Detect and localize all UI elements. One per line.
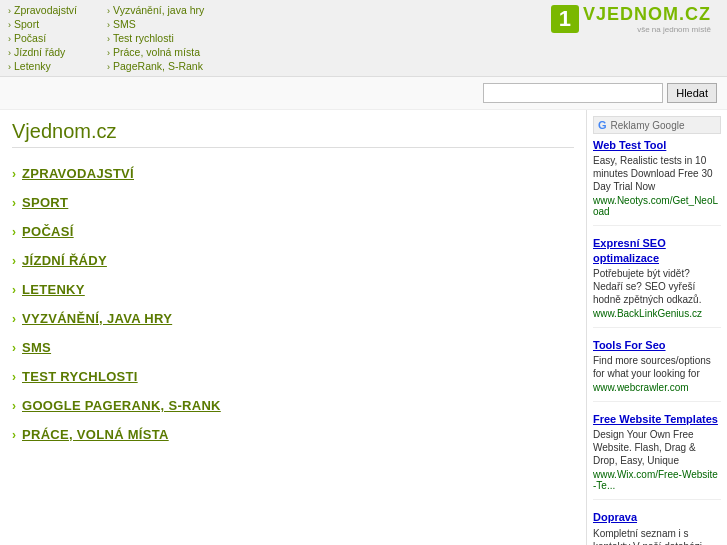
nav-link[interactable]: ›Jízdní řády [8,46,77,58]
main-nav-link[interactable]: SMS [22,340,51,355]
nav-arrow-icon: › [107,20,110,30]
ad-block: Web Test Tool Easy, Realistic tests in 1… [593,138,721,226]
ad-desc: Design Your Own Free Website. Flash, Dra… [593,428,721,467]
nav-link[interactable]: ›Test rychlosti [107,32,204,44]
search-input[interactable] [483,83,663,103]
ad-url: www.BackLinkGenius.cz [593,308,721,319]
nav-link[interactable]: ›Vyzvánění, java hry [107,4,204,16]
main-nav-link[interactable]: PRÁCE, VOLNÁ MÍSTA [22,427,169,442]
logo-tagline: vše na jednom místě [583,25,711,34]
nav-arrow-icon: › [107,6,110,16]
ad-url: www.Neotys.com/Get_NeoLoad [593,195,721,217]
logo-number: 1 [551,5,579,33]
ad-title[interactable]: Tools For Seo [593,338,721,352]
logo-area: 1 VJEDNOM.CZ vše na jednom místě [551,4,719,34]
content-area: Vjednom.cz › ZPRAVODAJSTVÍ › SPORT › POČ… [0,110,587,545]
main-nav-link[interactable]: SPORT [22,195,68,210]
nav-arrow-icon: › [8,48,11,58]
nav-col-2: ›Vyzvánění, java hry›SMS›Test rychlosti›… [107,4,204,72]
list-item: › SPORT [12,193,574,212]
ad-desc: Potřebujete být vidět? Nedaří se? SEO vy… [593,267,721,306]
ad-title[interactable]: Doprava [593,510,721,524]
nav-link[interactable]: ›SMS [107,18,204,30]
ad-url: www.Wix.com/Free-Website-Te... [593,469,721,491]
nav-link[interactable]: ›Letenky [8,60,77,72]
main-nav-link[interactable]: GOOGLE PAGERANK, S-RANK [22,398,221,413]
ad-desc: Kompletní seznam i s kontakty V naší dat… [593,527,721,545]
main-nav-link[interactable]: POČASÍ [22,224,74,239]
list-arrow-icon: › [12,312,16,326]
ad-desc: Find more sources/options for what your … [593,354,721,380]
list-item: › GOOGLE PAGERANK, S-RANK [12,396,574,415]
list-arrow-icon: › [12,341,16,355]
list-arrow-icon: › [12,370,16,384]
ad-block: Doprava Kompletní seznam i s kontakty V … [593,510,721,545]
nav-link[interactable]: ›Počasí [8,32,77,44]
list-arrow-icon: › [12,196,16,210]
nav-link[interactable]: ›Zpravodajství [8,4,77,16]
main-layout: Vjednom.cz › ZPRAVODAJSTVÍ › SPORT › POČ… [0,110,727,545]
main-nav-link[interactable]: ZPRAVODAJSTVÍ [22,166,134,181]
nav-link[interactable]: ›Sport [8,18,77,30]
nav-arrow-icon: › [8,6,11,16]
nav-col-1: ›Zpravodajství›Sport›Počasí›Jízdní řády›… [8,4,77,72]
nav-link[interactable]: ›PageRank, S-Rank [107,60,204,72]
list-item: › TEST RYCHLOSTI [12,367,574,386]
nav-arrow-icon: › [107,62,110,72]
ads-label-text: Reklamy Google [611,120,685,131]
ad-title[interactable]: Web Test Tool [593,138,721,152]
top-navigation: ›Zpravodajství›Sport›Počasí›Jízdní řády›… [0,0,727,77]
search-bar: Hledat [0,77,727,110]
list-arrow-icon: › [12,428,16,442]
list-arrow-icon: › [12,283,16,297]
list-item: › VYZVÁNĚNÍ, JAVA HRY [12,309,574,328]
ad-title[interactable]: Expresní SEO optimalizace [593,236,721,265]
list-item: › SMS [12,338,574,357]
nav-arrow-icon: › [8,20,11,30]
nav-arrow-icon: › [8,34,11,44]
main-nav-link[interactable]: VYZVÁNĚNÍ, JAVA HRY [22,311,172,326]
list-arrow-icon: › [12,225,16,239]
list-item: › ZPRAVODAJSTVÍ [12,164,574,183]
ad-desc: Easy, Realistic tests in 10 minutes Down… [593,154,721,193]
nav-arrow-icon: › [107,34,110,44]
ad-url: www.webcrawler.com [593,382,721,393]
list-item: › PRÁCE, VOLNÁ MÍSTA [12,425,574,444]
ads-label: G Reklamy Google [593,116,721,134]
list-item: › POČASÍ [12,222,574,241]
nav-arrow-icon: › [8,62,11,72]
logo: 1 VJEDNOM.CZ vše na jednom místě [551,4,711,34]
ad-title[interactable]: Free Website Templates [593,412,721,426]
nav-link[interactable]: ›Práce, volná místa [107,46,204,58]
list-item: › LETENKY [12,280,574,299]
list-arrow-icon: › [12,254,16,268]
ad-block: Tools For Seo Find more sources/options … [593,338,721,402]
main-links: › ZPRAVODAJSTVÍ › SPORT › POČASÍ › JÍZDN… [12,164,574,444]
main-nav-link[interactable]: TEST RYCHLOSTI [22,369,138,384]
logo-text: VJEDNOM.CZ [583,4,711,25]
list-item: › JÍZDNÍ ŘÁDY [12,251,574,270]
ads-container: Web Test Tool Easy, Realistic tests in 1… [593,138,721,545]
ad-block: Free Website Templates Design Your Own F… [593,412,721,500]
main-nav-link[interactable]: LETENKY [22,282,85,297]
google-g-icon: G [598,119,607,131]
ad-block: Expresní SEO optimalizace Potřebujete bý… [593,236,721,328]
logo-text-main: VJEDNOM.CZ [583,4,711,24]
list-arrow-icon: › [12,167,16,181]
search-button[interactable]: Hledat [667,83,717,103]
sidebar: G Reklamy Google Web Test Tool Easy, Rea… [587,110,727,545]
site-title: Vjednom.cz [12,120,574,148]
main-nav-link[interactable]: JÍZDNÍ ŘÁDY [22,253,107,268]
list-arrow-icon: › [12,399,16,413]
nav-arrow-icon: › [107,48,110,58]
